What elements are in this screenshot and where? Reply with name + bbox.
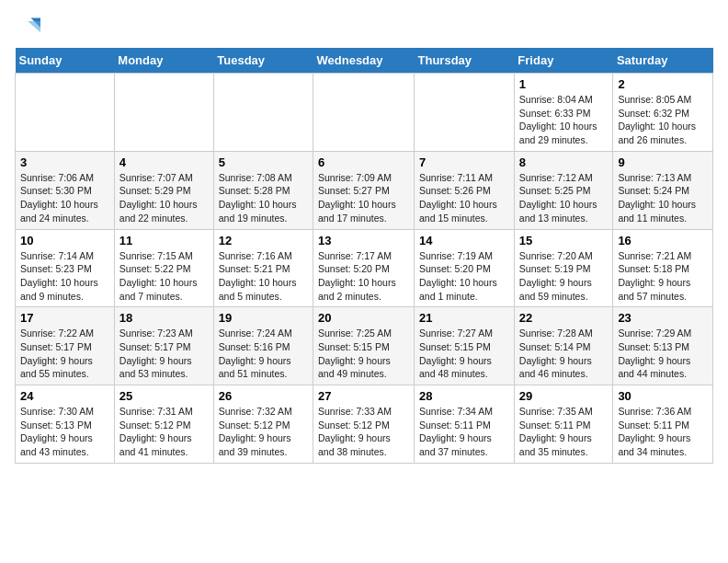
calendar-cell: 17Sunrise: 7:22 AMSunset: 5:17 PMDayligh… [16, 307, 115, 385]
day-info: Sunrise: 7:19 AMSunset: 5:20 PMDaylight:… [419, 249, 509, 304]
day-number: 15 [519, 234, 609, 247]
day-number: 9 [618, 155, 708, 169]
day-number: 13 [318, 234, 409, 247]
calendar-week-row: 1Sunrise: 8:04 AMSunset: 6:33 PMDaylight… [16, 74, 713, 152]
calendar-cell: 12Sunrise: 7:16 AMSunset: 5:21 PMDayligh… [213, 229, 313, 307]
day-info: Sunrise: 7:08 AMSunset: 5:28 PMDaylight:… [219, 171, 308, 225]
column-header-friday: Friday [514, 48, 613, 74]
day-info: Sunrise: 7:31 AMSunset: 5:12 PMDaylight:… [119, 405, 209, 459]
calendar-week-row: 3Sunrise: 7:06 AMSunset: 5:30 PMDaylight… [16, 151, 713, 229]
day-number: 11 [119, 234, 209, 247]
day-number: 30 [618, 389, 708, 403]
calendar-cell: 25Sunrise: 7:31 AMSunset: 5:12 PMDayligh… [114, 385, 213, 464]
day-number: 1 [519, 77, 609, 91]
column-header-saturday: Saturday [613, 48, 713, 74]
calendar-cell [313, 74, 415, 152]
day-number: 16 [618, 234, 708, 247]
calendar-cell: 2Sunrise: 8:05 AMSunset: 6:32 PMDaylight… [613, 74, 713, 152]
day-info: Sunrise: 7:14 AMSunset: 5:23 PMDaylight:… [20, 249, 109, 304]
day-number: 28 [419, 389, 509, 403]
day-info: Sunrise: 7:35 AMSunset: 5:11 PMDaylight:… [519, 405, 609, 459]
column-header-sunday: Sunday [16, 48, 115, 74]
day-number: 12 [219, 234, 308, 247]
column-header-wednesday: Wednesday [313, 48, 415, 74]
calendar-cell: 3Sunrise: 7:06 AMSunset: 5:30 PMDaylight… [16, 151, 115, 229]
day-number: 24 [20, 389, 109, 403]
day-number: 25 [119, 389, 209, 403]
day-info: Sunrise: 7:25 AMSunset: 5:15 PMDaylight:… [318, 327, 409, 381]
calendar-week-row: 24Sunrise: 7:30 AMSunset: 5:13 PMDayligh… [16, 385, 713, 464]
day-info: Sunrise: 7:13 AMSunset: 5:24 PMDaylight:… [618, 171, 708, 225]
day-info: Sunrise: 7:06 AMSunset: 5:30 PMDaylight:… [20, 171, 109, 225]
day-number: 17 [20, 311, 109, 325]
calendar-cell: 15Sunrise: 7:20 AMSunset: 5:19 PMDayligh… [514, 229, 613, 307]
day-info: Sunrise: 7:24 AMSunset: 5:16 PMDaylight:… [219, 327, 308, 381]
calendar-cell [415, 74, 515, 152]
day-number: 10 [20, 234, 109, 247]
day-number: 22 [519, 311, 609, 325]
calendar-week-row: 17Sunrise: 7:22 AMSunset: 5:17 PMDayligh… [16, 307, 713, 385]
day-info: Sunrise: 7:34 AMSunset: 5:11 PMDaylight:… [419, 405, 509, 459]
calendar-header-row: SundayMondayTuesdayWednesdayThursdayFrid… [16, 48, 713, 74]
calendar-cell [16, 74, 115, 152]
day-number: 6 [318, 155, 409, 169]
calendar-cell: 9Sunrise: 7:13 AMSunset: 5:24 PMDaylight… [613, 151, 713, 229]
day-info: Sunrise: 7:22 AMSunset: 5:17 PMDaylight:… [20, 327, 109, 381]
calendar-cell: 26Sunrise: 7:32 AMSunset: 5:12 PMDayligh… [213, 385, 313, 464]
day-info: Sunrise: 7:15 AMSunset: 5:22 PMDaylight:… [119, 249, 209, 304]
day-number: 8 [519, 155, 609, 169]
day-info: Sunrise: 8:05 AMSunset: 6:32 PMDaylight:… [618, 93, 708, 147]
calendar-cell: 21Sunrise: 7:27 AMSunset: 5:15 PMDayligh… [415, 307, 515, 385]
day-number: 29 [519, 389, 609, 403]
calendar-cell: 13Sunrise: 7:17 AMSunset: 5:20 PMDayligh… [313, 229, 415, 307]
day-info: Sunrise: 7:12 AMSunset: 5:25 PMDaylight:… [519, 171, 609, 225]
day-number: 2 [618, 77, 708, 91]
calendar-cell: 7Sunrise: 7:11 AMSunset: 5:26 PMDaylight… [415, 151, 515, 229]
day-info: Sunrise: 7:29 AMSunset: 5:13 PMDaylight:… [618, 327, 708, 381]
day-info: Sunrise: 7:32 AMSunset: 5:12 PMDaylight:… [219, 405, 308, 459]
calendar-cell [213, 74, 313, 152]
calendar-cell: 27Sunrise: 7:33 AMSunset: 5:12 PMDayligh… [313, 385, 415, 464]
day-info: Sunrise: 7:33 AMSunset: 5:12 PMDaylight:… [318, 405, 409, 459]
calendar-cell [114, 74, 213, 152]
calendar-table: SundayMondayTuesdayWednesdayThursdayFrid… [15, 48, 713, 464]
calendar-cell: 14Sunrise: 7:19 AMSunset: 5:20 PMDayligh… [415, 229, 515, 307]
calendar-cell: 11Sunrise: 7:15 AMSunset: 5:22 PMDayligh… [114, 229, 213, 307]
calendar-cell: 22Sunrise: 7:28 AMSunset: 5:14 PMDayligh… [514, 307, 613, 385]
column-header-thursday: Thursday [415, 48, 515, 74]
calendar-cell: 16Sunrise: 7:21 AMSunset: 5:18 PMDayligh… [613, 229, 713, 307]
day-info: Sunrise: 7:09 AMSunset: 5:27 PMDaylight:… [318, 171, 409, 225]
day-info: Sunrise: 8:04 AMSunset: 6:33 PMDaylight:… [519, 93, 609, 147]
calendar-cell: 30Sunrise: 7:36 AMSunset: 5:11 PMDayligh… [613, 385, 713, 464]
day-number: 18 [119, 311, 209, 325]
day-number: 20 [318, 311, 409, 325]
day-number: 3 [20, 155, 109, 169]
day-info: Sunrise: 7:20 AMSunset: 5:19 PMDaylight:… [519, 249, 609, 304]
day-number: 5 [219, 155, 308, 169]
calendar-cell: 24Sunrise: 7:30 AMSunset: 5:13 PMDayligh… [16, 385, 115, 464]
calendar-cell: 5Sunrise: 7:08 AMSunset: 5:28 PMDaylight… [213, 151, 313, 229]
day-info: Sunrise: 7:16 AMSunset: 5:21 PMDaylight:… [219, 249, 308, 304]
calendar-cell: 20Sunrise: 7:25 AMSunset: 5:15 PMDayligh… [313, 307, 415, 385]
column-header-monday: Monday [114, 48, 213, 74]
day-info: Sunrise: 7:11 AMSunset: 5:26 PMDaylight:… [419, 171, 509, 225]
day-info: Sunrise: 7:21 AMSunset: 5:18 PMDaylight:… [618, 249, 708, 304]
calendar-cell: 10Sunrise: 7:14 AMSunset: 5:23 PMDayligh… [16, 229, 115, 307]
day-info: Sunrise: 7:23 AMSunset: 5:17 PMDaylight:… [119, 327, 209, 381]
calendar-cell: 4Sunrise: 7:07 AMSunset: 5:29 PMDaylight… [114, 151, 213, 229]
calendar-week-row: 10Sunrise: 7:14 AMSunset: 5:23 PMDayligh… [16, 229, 713, 307]
day-number: 4 [119, 155, 209, 169]
calendar-cell: 6Sunrise: 7:09 AMSunset: 5:27 PMDaylight… [313, 151, 415, 229]
day-info: Sunrise: 7:17 AMSunset: 5:20 PMDaylight:… [318, 249, 409, 304]
page-header [15, 15, 713, 40]
calendar-cell: 18Sunrise: 7:23 AMSunset: 5:17 PMDayligh… [114, 307, 213, 385]
day-info: Sunrise: 7:36 AMSunset: 5:11 PMDaylight:… [618, 405, 708, 459]
calendar-cell: 1Sunrise: 8:04 AMSunset: 6:33 PMDaylight… [514, 74, 613, 152]
svg-marker-2 [28, 21, 40, 32]
calendar-cell: 19Sunrise: 7:24 AMSunset: 5:16 PMDayligh… [213, 307, 313, 385]
day-number: 26 [219, 389, 308, 403]
day-info: Sunrise: 7:28 AMSunset: 5:14 PMDaylight:… [519, 327, 609, 381]
day-info: Sunrise: 7:30 AMSunset: 5:13 PMDaylight:… [20, 405, 109, 459]
logo-icon [15, 15, 40, 40]
calendar-cell: 23Sunrise: 7:29 AMSunset: 5:13 PMDayligh… [613, 307, 713, 385]
